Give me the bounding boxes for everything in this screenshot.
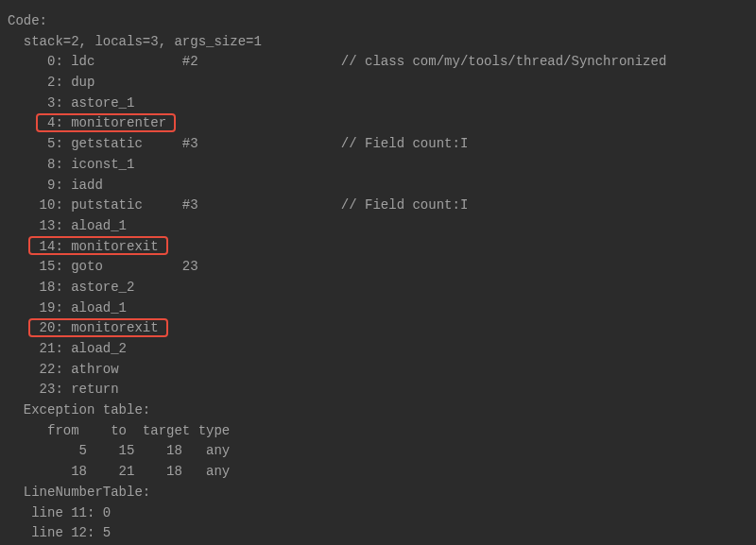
exception-table-header: from to target type (8, 421, 748, 442)
instruction-line: 13: aload_1 (8, 216, 748, 237)
instruction-line: 8: iconst_1 (8, 155, 748, 176)
linenumber-table-title: LineNumberTable: (8, 483, 748, 503)
instruction-line: 2: dup (8, 73, 748, 94)
stack-info: stack=2, locals=3, args_size=1 (8, 32, 748, 53)
instruction-line: 10: putstatic #3 // Field count:I (8, 196, 748, 216)
instruction-line: 5: getstatic #3 // Field count:I (8, 134, 748, 155)
instruction-line: 9: iadd (8, 176, 748, 196)
exception-table-title: Exception table: (8, 400, 748, 421)
instruction-line: 4: monitorenter (8, 113, 748, 134)
instruction-line: 20: monitorexit (8, 318, 748, 339)
exception-table-row: 18 21 18 any (8, 462, 748, 483)
instruction-line: 21: aload_2 (8, 339, 748, 360)
instruction-line: 18: astore_2 (8, 278, 748, 298)
linenumber-row: line 12: 5 (8, 523, 748, 544)
instructions-block: 0: ldc #2 // class com/my/tools/thread/S… (8, 52, 748, 400)
code-header: Code: (8, 11, 748, 32)
instruction-line: 22: athrow (8, 360, 748, 381)
instruction-line: 15: goto 23 (8, 257, 748, 278)
exception-table-row: 5 15 18 any (8, 441, 748, 462)
instruction-line: 3: astore_1 (8, 94, 748, 114)
instruction-line: 14: monitorexit (8, 237, 748, 258)
instruction-line: 23: return (8, 380, 748, 400)
instruction-line: 19: aload_1 (8, 298, 748, 319)
instruction-line: 0: ldc #2 // class com/my/tools/thread/S… (8, 52, 748, 73)
linenumber-row: line 11: 0 (8, 503, 748, 524)
bytecode-listing: Code: stack=2, locals=3, args_size=1 0: … (8, 11, 748, 545)
